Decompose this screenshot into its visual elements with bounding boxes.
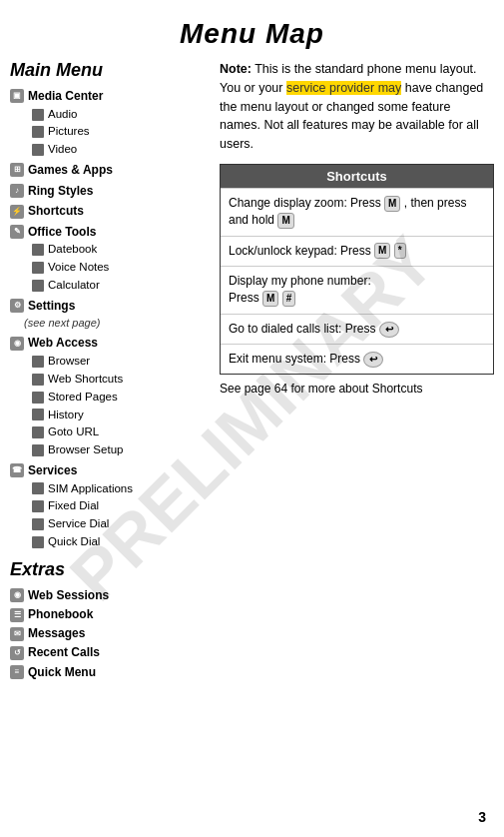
office-tools-icon: ✎ <box>10 225 24 239</box>
menu-sub-quick-dial: Quick Dial <box>10 533 210 551</box>
note-content: This is the standard phone menu layout. … <box>220 62 483 151</box>
menu-item-ring-styles: ♪ Ring Styles <box>10 182 210 201</box>
shortcut-row-zoom: Change display zoom: Press M , then pres… <box>221 188 493 236</box>
browser-icon <box>32 356 44 368</box>
menu-item-shortcuts: ⚡ Shortcuts <box>10 202 210 221</box>
extras-title: Extras <box>10 559 210 580</box>
menu-sub-voice-notes: Voice Notes <box>10 259 210 277</box>
stored-pages-icon <box>32 392 44 404</box>
main-menu-title: Main Menu <box>10 60 210 81</box>
web-shortcuts-icon <box>32 374 44 386</box>
key-menu-3: M <box>374 243 390 259</box>
highlighted-text: service provider may <box>286 81 401 95</box>
phonebook-icon: ☰ <box>10 608 24 622</box>
media-center-icon: ▣ <box>10 89 24 103</box>
extras-list: ◉ Web Sessions ☰ Phonebook ✉ Messages ↺ … <box>10 586 210 682</box>
menu-sub-goto-url: Goto URL <box>10 423 210 441</box>
key-call-2: ↩ <box>363 352 383 368</box>
ring-styles-icon: ♪ <box>10 184 24 198</box>
settings-note: (see next page) <box>10 315 210 332</box>
menu-sub-service-dial: Service Dial <box>10 515 210 533</box>
key-menu-4: M <box>262 291 278 307</box>
menu-item-office-tools: ✎ Office Tools <box>10 223 210 242</box>
key-call-1: ↩ <box>379 322 399 338</box>
calculator-icon <box>32 280 44 292</box>
menu-sub-audio: Audio <box>10 106 210 124</box>
browser-setup-icon <box>32 444 44 456</box>
service-dial-icon <box>32 518 44 530</box>
extra-messages: ✉ Messages <box>10 624 210 643</box>
shortcut-row-dialed-calls: Go to dialed calls list: Press ↩ <box>221 314 493 344</box>
menu-sub-datebook: Datebook <box>10 241 210 259</box>
sim-apps-icon <box>32 482 44 494</box>
note-label: Note: <box>220 62 252 76</box>
quick-menu-icon: ≡ <box>10 665 24 679</box>
video-icon <box>32 144 44 156</box>
menu-sub-web-shortcuts: Web Shortcuts <box>10 371 210 389</box>
services-icon: ☎ <box>10 463 24 477</box>
menu-sub-stored-pages: Stored Pages <box>10 389 210 407</box>
shortcuts-header: Shortcuts <box>221 165 493 188</box>
recent-calls-icon: ↺ <box>10 646 24 660</box>
goto-url-icon <box>32 426 44 438</box>
pictures-icon <box>32 126 44 138</box>
menu-sub-history: History <box>10 407 210 424</box>
main-menu-list: ▣ Media Center Audio Pictures Video ⊞ Ga… <box>10 87 210 551</box>
key-hash: # <box>282 291 296 307</box>
menu-sub-video: Video <box>10 141 210 159</box>
menu-sub-browser-setup: Browser Setup <box>10 441 210 459</box>
menu-sub-fixed-dial: Fixed Dial <box>10 497 210 515</box>
quick-dial-icon <box>32 536 44 548</box>
messages-icon: ✉ <box>10 627 24 641</box>
page-title: Menu Map <box>0 0 504 60</box>
extra-quick-menu: ≡ Quick Menu <box>10 663 210 682</box>
shortcuts-box: Shortcuts Change display zoom: Press M ,… <box>220 164 494 376</box>
history-icon <box>32 409 44 420</box>
menu-item-games-apps: ⊞ Games & Apps <box>10 161 210 180</box>
settings-icon: ⚙ <box>10 299 24 313</box>
menu-item-web-access: ◉ Web Access <box>10 334 210 353</box>
see-page-note: See page 64 for more about Shortcuts <box>220 381 494 398</box>
key-menu-2: M <box>277 213 293 229</box>
web-access-icon: ◉ <box>10 337 24 351</box>
extra-web-sessions: ◉ Web Sessions <box>10 586 210 605</box>
menu-item-settings: ⚙ Settings <box>10 297 210 316</box>
menu-sub-pictures: Pictures <box>10 123 210 141</box>
key-menu-1: M <box>384 196 400 212</box>
right-column: Note: This is the standard phone menu la… <box>220 60 494 682</box>
shortcut-row-phone-number: Display my phone number:Press M # <box>221 266 493 314</box>
shortcuts-icon: ⚡ <box>10 205 24 219</box>
menu-item-services: ☎ Services <box>10 461 210 480</box>
games-apps-icon: ⊞ <box>10 163 24 177</box>
shortcut-row-exit-menu: Exit menu system: Press ↩ <box>221 344 493 374</box>
note-text: Note: This is the standard phone menu la… <box>220 60 494 154</box>
menu-item-media-center: ▣ Media Center <box>10 87 210 106</box>
extra-phonebook: ☰ Phonebook <box>10 605 210 624</box>
extras-section: Extras ◉ Web Sessions ☰ Phonebook ✉ Mess… <box>10 559 210 682</box>
left-column: Main Menu ▣ Media Center Audio Pictures … <box>10 60 210 682</box>
menu-sub-sim-apps: SIM Applications <box>10 480 210 498</box>
audio-icon <box>32 109 44 121</box>
shortcut-row-lock: Lock/unlock keypad: Press M * <box>221 236 493 266</box>
web-sessions-icon: ◉ <box>10 588 24 602</box>
voice-notes-icon <box>32 262 44 274</box>
page-number: 3 <box>478 809 486 825</box>
menu-sub-calculator: Calculator <box>10 277 210 295</box>
datebook-icon <box>32 244 44 256</box>
extra-recent-calls: ↺ Recent Calls <box>10 643 210 662</box>
menu-sub-browser: Browser <box>10 353 210 371</box>
key-star: * <box>394 243 406 259</box>
fixed-dial-icon <box>32 500 44 512</box>
